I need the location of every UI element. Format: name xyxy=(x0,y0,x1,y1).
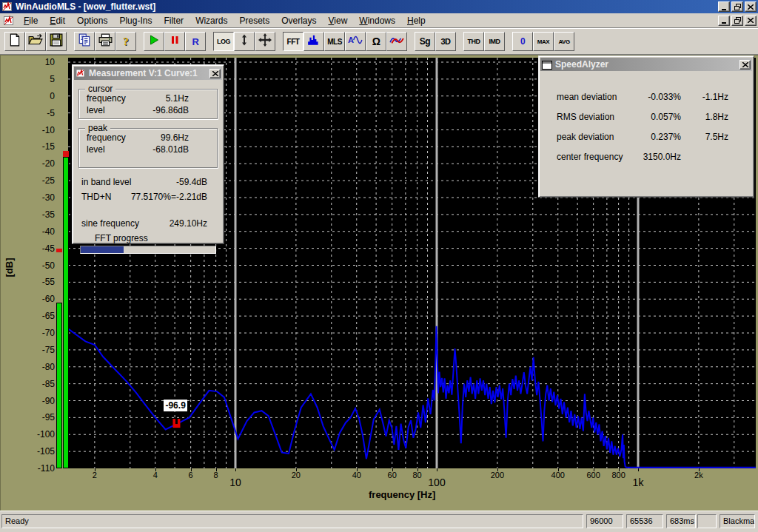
peak-group: peak frequency99.6Hz level-68.01dB xyxy=(78,128,218,168)
menu-item-view[interactable]: View xyxy=(323,14,354,27)
record-button[interactable]: R xyxy=(185,32,206,51)
thd-label: THD xyxy=(468,38,480,45)
x-tick-mark xyxy=(95,468,95,471)
fft-progress-label: FFT progress xyxy=(95,233,148,243)
x-tick-label: 2 xyxy=(78,471,111,479)
print-icon xyxy=(98,33,113,50)
measurement-title: Measurement V:1 Curve:1 xyxy=(89,68,208,78)
move-icon xyxy=(258,33,272,50)
window-icon xyxy=(542,59,553,70)
menu-item-edit[interactable]: Edit xyxy=(44,14,71,27)
y-tick-label: -15 xyxy=(1,141,55,152)
open-icon xyxy=(28,33,43,50)
peak-group-legend: peak xyxy=(85,123,110,133)
save-button[interactable] xyxy=(46,32,67,51)
measurement-close-button[interactable] xyxy=(209,69,221,78)
title-bar: WinAudioMLS - [wow_flutter.wst] xyxy=(0,0,758,13)
x-tick-mark xyxy=(392,468,393,471)
y-tick-label: -100 xyxy=(1,429,55,440)
app-icon xyxy=(1,1,13,13)
speedalyzer-close-button[interactable] xyxy=(739,60,751,70)
restore-button[interactable] xyxy=(731,1,743,12)
x-tick-label: 100 xyxy=(420,477,453,488)
mdi-close-button[interactable] xyxy=(745,16,757,26)
measurement-titlebar[interactable]: Measurement V:1 Curve:1 xyxy=(74,67,222,80)
y-tick-label: -10 xyxy=(1,125,55,135)
x-tick-label: 40 xyxy=(341,471,373,479)
app-icon xyxy=(76,68,87,78)
status-ready: Ready xyxy=(1,514,583,528)
avg-button[interactable]: AVG xyxy=(554,32,574,51)
print-button[interactable] xyxy=(95,32,115,51)
minimize-button[interactable] xyxy=(718,1,730,12)
play-button[interactable] xyxy=(144,32,164,51)
x-tick-mark xyxy=(558,468,559,471)
copy-button[interactable] xyxy=(74,32,95,51)
log-scale-button[interactable]: LOG xyxy=(213,32,234,51)
imd-label: IMD xyxy=(489,38,500,45)
speedalyzer-row-percent: 0.057% xyxy=(632,112,681,122)
spectrum-button[interactable] xyxy=(303,32,324,51)
menu-item-overlays[interactable]: Overlays xyxy=(275,14,322,27)
close-button[interactable] xyxy=(745,1,757,12)
sine-icon: A xyxy=(348,34,363,49)
menu-item-plug-ins[interactable]: Plug-Ins xyxy=(113,14,158,27)
mls-button[interactable]: MLS xyxy=(324,32,345,51)
vertical-scale-button[interactable] xyxy=(234,32,255,51)
sweep-button[interactable] xyxy=(386,32,407,51)
play-icon xyxy=(148,34,160,49)
speedalyzer-row-hz xyxy=(681,152,742,162)
x-tick-label: 10 xyxy=(219,477,252,488)
impedance-button[interactable]: Ω xyxy=(366,32,386,51)
speedalyzer-row: peak deviation0.237%7.5Hz xyxy=(540,132,752,142)
help-button[interactable]: ? xyxy=(115,32,136,51)
mdi-document-icon[interactable] xyxy=(3,15,15,27)
y-tick-label: -110 xyxy=(1,463,55,474)
x-tick-mark xyxy=(296,468,297,471)
menu-item-presets[interactable]: Presets xyxy=(233,14,275,27)
fft-button[interactable]: FFT xyxy=(283,32,303,51)
x-tick-mark xyxy=(357,468,358,471)
move-button[interactable] xyxy=(255,32,275,51)
x-tick-label: 200 xyxy=(481,471,514,479)
log-scale-label: LOG xyxy=(217,38,230,45)
x-tick-mark xyxy=(437,468,437,471)
window-title: WinAudioMLS - [wow_flutter.wst] xyxy=(16,1,717,12)
mdi-restore-button[interactable] xyxy=(731,16,743,26)
thd-n-value: 77.5170%=-2.21dB xyxy=(131,192,207,202)
peak-frequency-value: 99.6Hz xyxy=(161,132,189,143)
thd-button[interactable]: THD xyxy=(463,32,484,51)
pause-button[interactable] xyxy=(164,32,185,51)
status-window-function: Blackman xyxy=(720,514,755,528)
menu-item-wizards[interactable]: Wizards xyxy=(190,14,233,27)
imd-button[interactable]: IMD xyxy=(484,32,505,51)
speedalyzer-row-hz: 7.5Hz xyxy=(681,132,742,142)
sine-frequency-label: sine frequency xyxy=(81,218,139,229)
menu-item-help[interactable]: Help xyxy=(401,14,432,27)
mdi-minimize-button[interactable] xyxy=(718,16,730,26)
fft-progress-bar xyxy=(80,246,216,254)
3d-view-button[interactable]: 3D xyxy=(435,32,456,51)
x-tick-mark xyxy=(417,468,418,471)
max-button[interactable]: MAX xyxy=(533,32,554,51)
speedalyzer-titlebar[interactable]: SpeedAlyzer xyxy=(540,58,752,71)
sine-generator-button[interactable]: A xyxy=(345,32,366,51)
speedalyzer-row-hz: -1.1Hz xyxy=(681,92,742,102)
y-tick-label: -50 xyxy=(1,260,55,271)
avg-label: AVG xyxy=(558,38,569,45)
x-tick-mark xyxy=(155,468,156,471)
x-tick-label: 2k xyxy=(682,471,715,479)
speedalyzer-window: SpeedAlyzer mean deviation-0.033%-1.1HzR… xyxy=(538,55,754,198)
new-button[interactable] xyxy=(4,32,25,51)
y-tick-label: -25 xyxy=(1,175,55,186)
signal-generator-button[interactable]: Sg xyxy=(415,32,435,51)
menu-item-file[interactable]: File xyxy=(18,14,44,27)
client-area: -96.9 [dB] frequency [Hz] Measurement V:… xyxy=(0,55,758,511)
reset-button[interactable]: 0 xyxy=(512,32,533,51)
menu-item-windows[interactable]: Windows xyxy=(353,14,401,27)
y-tick-label: -40 xyxy=(1,226,55,237)
open-button[interactable] xyxy=(25,32,46,51)
menu-item-options[interactable]: Options xyxy=(71,14,113,27)
menu-item-filter[interactable]: Filter xyxy=(158,14,190,27)
cursor-level-value: -96.86dB xyxy=(152,105,189,115)
